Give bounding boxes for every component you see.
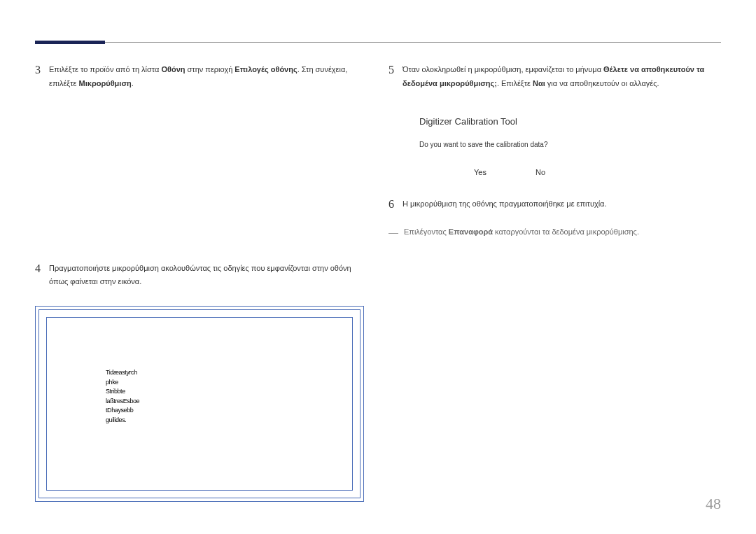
text: Επιλέγοντας [404, 227, 449, 236]
text: . [132, 79, 134, 87]
reset-note: ― Επιλέγοντας Επαναφορά καταργούνται τα … [388, 227, 721, 237]
step-6-text: Η μικρορύθμιση της οθόνης πραγματοποιήθη… [402, 197, 721, 211]
text: Επιλέξτε το προϊόν από τη λίστα [49, 65, 161, 73]
note-dash: ― [388, 227, 398, 237]
line: laßtresEsboe [106, 397, 169, 407]
calib-mid-frame: Tidæastyrch phke Stribbte laßtresEsboe t… [38, 309, 360, 498]
dialog-title: Digitizer Calibration Tool [419, 116, 600, 127]
line: guilides. [106, 416, 169, 426]
step-4-text: Πραγματοποιήστε μικρορύθμιση ακολουθώντα… [49, 262, 368, 290]
calib-inner-frame: Tidæastyrch phke Stribbte laßtresEsboe t… [46, 317, 353, 491]
step-number: 3 [35, 63, 41, 91]
spacer [35, 108, 368, 262]
text: για να αποθηκευτούν οι αλλαγές. [545, 79, 659, 87]
step-number: 5 [388, 63, 394, 91]
bold: Μικρορύθμιση [79, 79, 132, 87]
header-accent [35, 41, 105, 44]
text: . Επιλέξτε [497, 79, 533, 87]
dialog-buttons: Yes No [419, 168, 600, 176]
step-3: 3 Επιλέξτε το προϊόν από τη λίστα Οθόνη … [35, 63, 368, 91]
line: Stribbte [106, 387, 169, 397]
calibration-dialog: Digitizer Calibration Tool Do you want t… [408, 108, 611, 189]
page-content: 3 Επιλέξτε το προϊόν από τη λίστα Οθόνη … [0, 0, 756, 530]
bold: Οθόνη [161, 65, 185, 73]
step-5: 5 Όταν ολοκληρωθεί η μικρορύθμιση, εμφαν… [388, 63, 721, 91]
dialog-message: Do you want to save the calibration data… [419, 141, 600, 148]
step-5-text: Όταν ολοκληρωθεί η μικρορύθμιση, εμφανίζ… [402, 63, 721, 91]
calib-overlapped-text: Tidæastyrch phke Stribbte laßtresEsboe t… [106, 368, 169, 425]
step-number: 6 [388, 197, 394, 211]
calib-outer-frame: Tidæastyrch phke Stribbte laßtresEsboe t… [35, 306, 364, 502]
text: Όταν ολοκληρωθεί η μικρορύθμιση, εμφανίζ… [402, 65, 603, 73]
line: phke [106, 378, 169, 388]
line: tDhaysebb [106, 406, 169, 416]
yes-button[interactable]: Yes [474, 168, 486, 176]
step-6: 6 Η μικρορύθμιση της οθόνης πραγματοποιή… [388, 197, 721, 211]
header-separator [35, 42, 721, 43]
bold: Ναι [533, 79, 545, 87]
calibration-figure: Tidæastyrch phke Stribbte laßtresEsboe t… [35, 306, 368, 502]
bold: Επιλογές οθόνης [234, 65, 297, 73]
two-column-layout: 3 Επιλέξτε το προϊόν από τη λίστα Οθόνη … [35, 63, 721, 502]
note-text: Επιλέγοντας Επαναφορά καταργούνται τα δε… [404, 227, 639, 237]
step-4: 4 Πραγματοποιήστε μικρορύθμιση ακολουθών… [35, 262, 368, 290]
step-3-text: Επιλέξτε το προϊόν από τη λίστα Οθόνη στ… [49, 63, 368, 91]
no-button[interactable]: No [536, 168, 545, 176]
line: Tidæastyrch [106, 368, 169, 378]
step-number: 4 [35, 262, 41, 290]
page-number: 48 [706, 495, 721, 513]
text: στην περιοχή [186, 65, 235, 73]
text: καταργούνται τα δεδομένα μικρορύθμισης. [493, 227, 639, 236]
right-column: 5 Όταν ολοκληρωθεί η μικρορύθμιση, εμφαν… [388, 63, 721, 502]
left-column: 3 Επιλέξτε το προϊόν από τη λίστα Οθόνη … [35, 63, 368, 502]
bold: Επαναφορά [449, 227, 493, 236]
